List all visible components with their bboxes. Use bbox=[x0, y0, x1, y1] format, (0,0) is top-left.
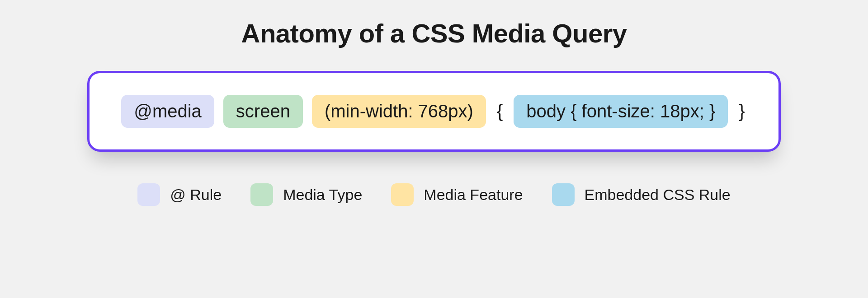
swatch-media-feature bbox=[391, 183, 414, 206]
legend-label-media-feature: Media Feature bbox=[424, 186, 523, 204]
legend-item-at-rule: @ Rule bbox=[137, 183, 222, 206]
segment-at-rule: @media bbox=[121, 95, 214, 128]
legend-label-at-rule: @ Rule bbox=[170, 186, 222, 204]
segment-media-type: screen bbox=[223, 95, 303, 128]
legend-label-embedded-rule: Embedded CSS Rule bbox=[585, 186, 731, 204]
legend-item-embedded-rule: Embedded CSS Rule bbox=[552, 183, 731, 206]
brace-close: } bbox=[737, 101, 746, 121]
diagram-title: Anatomy of a CSS Media Query bbox=[241, 18, 627, 48]
segment-media-feature: (min-width: 768px) bbox=[312, 95, 486, 128]
code-box: @media screen (min-width: 768px) { body … bbox=[87, 71, 780, 152]
diagram-container: Anatomy of a CSS Media Query @media scre… bbox=[0, 18, 868, 280]
swatch-media-type bbox=[250, 183, 273, 206]
swatch-at-rule bbox=[137, 183, 160, 206]
legend-item-media-feature: Media Feature bbox=[391, 183, 523, 206]
segment-embedded-rule: body { font-size: 18px; } bbox=[514, 95, 728, 128]
swatch-embedded-rule bbox=[552, 183, 575, 206]
brace-open: { bbox=[495, 101, 505, 121]
legend: @ Rule Media Type Media Feature Embedded… bbox=[137, 183, 730, 206]
legend-item-media-type: Media Type bbox=[250, 183, 362, 206]
legend-label-media-type: Media Type bbox=[283, 186, 362, 204]
